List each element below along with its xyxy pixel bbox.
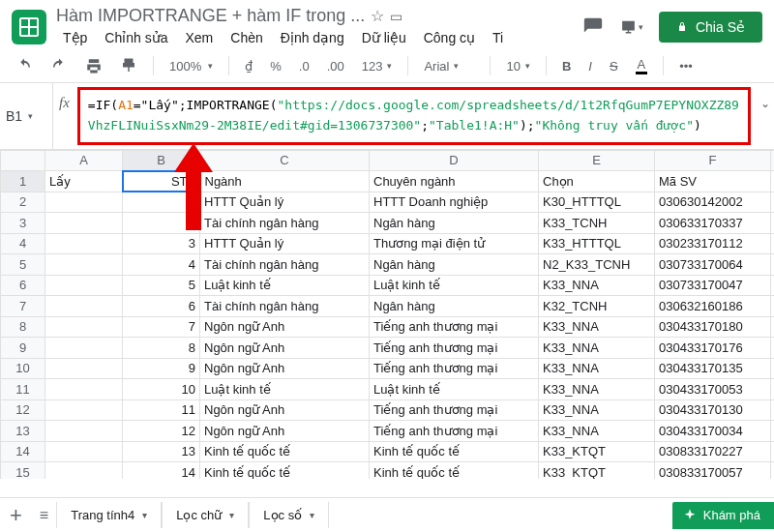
cell[interactable]: 4	[123, 254, 200, 276]
cell[interactable]: K33_HTTTQL	[539, 233, 655, 254]
cell[interactable]	[45, 296, 123, 317]
row-header[interactable]: 11	[1, 379, 45, 400]
explore-button[interactable]: Khám phá	[672, 502, 774, 529]
menu-Ti[interactable]: Ti	[486, 28, 510, 47]
cell[interactable]: 11	[123, 399, 200, 421]
cell[interactable]: 1	[123, 192, 200, 213]
star-icon[interactable]: ☆	[371, 7, 384, 25]
cell[interactable]: K33_KTQT	[539, 462, 655, 479]
sheet-tab-Lọc số[interactable]: Lọc số▾	[249, 502, 329, 528]
text-color-button[interactable]: A	[632, 55, 652, 76]
move-icon[interactable]: ▭	[390, 9, 402, 24]
cell[interactable]: 2	[123, 213, 200, 234]
all-sheets-button[interactable]: ≡	[32, 507, 56, 524]
cell[interactable]	[45, 254, 123, 276]
cell[interactable]: STT	[123, 171, 200, 192]
cell[interactable]: 030633170337	[655, 213, 771, 234]
cell[interactable]	[45, 441, 123, 462]
font-family-select[interactable]: Arial	[420, 57, 478, 75]
cell[interactable]	[45, 379, 123, 400]
cell[interactable]: Tạ Thị Ch	[771, 338, 775, 359]
cell[interactable]: Ngân hàng	[370, 296, 539, 317]
cell[interactable]: 12	[123, 421, 200, 442]
cell[interactable]: Tiếng anh thương mại	[370, 421, 539, 442]
cell[interactable]: 3	[123, 233, 200, 254]
cell[interactable]: 030833170057	[655, 462, 771, 479]
cell[interactable]: 030433170053	[655, 379, 771, 400]
column-header-E[interactable]: E	[539, 150, 655, 171]
cell[interactable]: Lê Huệ	[771, 233, 775, 254]
format-percent-button[interactable]: %	[266, 57, 285, 75]
cell[interactable]: Họ	[771, 171, 775, 192]
cell[interactable]	[45, 399, 123, 421]
menu-Tệp[interactable]: Tệp	[56, 28, 94, 47]
cell[interactable]	[45, 213, 123, 234]
zoom-select[interactable]: 100%	[165, 57, 217, 75]
font-size-select[interactable]: 10	[502, 57, 533, 75]
comments-icon[interactable]	[581, 15, 605, 39]
cell[interactable]: Nguyễn K	[771, 399, 775, 421]
cell[interactable]: Ngôn ngữ Anh	[200, 338, 370, 359]
row-header[interactable]: 9	[1, 338, 45, 359]
cell[interactable]: 030632160186	[655, 296, 771, 317]
cell[interactable]: Ngân hàng	[370, 213, 539, 234]
present-icon[interactable]: ▾	[620, 15, 643, 39]
cell[interactable]: Ngành	[200, 171, 370, 192]
cell[interactable]: Nguyễn K	[771, 462, 775, 479]
row-header[interactable]: 10	[1, 358, 45, 379]
cell[interactable]: Hồ Thị Th	[771, 358, 775, 379]
cell[interactable]: Chuyên ngành	[370, 171, 539, 192]
bold-button[interactable]: B	[558, 57, 575, 75]
cell[interactable]: Luật kinh tế	[200, 379, 370, 400]
cell[interactable]	[45, 338, 123, 359]
cell[interactable]: 030433170176	[655, 338, 771, 359]
cell[interactable]: 6	[123, 296, 200, 317]
cell[interactable]: 030433170180	[655, 316, 771, 338]
formula-bar[interactable]: =IF(A1="Lấy";IMPORTRANGE("https://docs.g…	[77, 87, 751, 145]
cell[interactable]: Trần Minh	[771, 316, 775, 338]
increase-decimal-button[interactable]: .00	[323, 57, 348, 75]
menu-Chèn[interactable]: Chèn	[223, 28, 269, 47]
cell[interactable]	[45, 462, 123, 479]
cell[interactable]: 030433170135	[655, 358, 771, 379]
cell[interactable]	[45, 358, 123, 379]
formula-expand-icon[interactable]: ⌄	[757, 91, 774, 116]
document-title[interactable]: Hàm IMPORTRANGE + hàm IF trong ...	[56, 6, 365, 26]
cell[interactable]: 030433170130	[655, 399, 771, 421]
cell[interactable]: 030630142002	[655, 192, 771, 213]
cell[interactable]: Kinh tế quốc tế	[370, 441, 539, 462]
spreadsheet-grid[interactable]: ABCDEFG1LấySTTNgànhChuyên ngànhChọnMã SV…	[0, 150, 774, 479]
column-header-G[interactable]: G	[771, 150, 775, 171]
cell[interactable]	[45, 316, 123, 338]
cell[interactable]: Tài chính ngân hàng	[200, 254, 370, 276]
cell[interactable]: Chọn	[539, 171, 655, 192]
select-all-cell[interactable]	[1, 150, 45, 171]
strikethrough-button[interactable]: S	[606, 57, 622, 75]
cell[interactable]: K33_NNA	[539, 275, 655, 296]
cell[interactable]: K33_NNA	[539, 379, 655, 400]
cell[interactable]: Tiếng anh thương mại	[370, 338, 539, 359]
cell[interactable]: Thương mại điện tử	[370, 233, 539, 254]
cell[interactable]: Huỳnh N	[771, 275, 775, 296]
cell[interactable]: Phạm Anh	[771, 192, 775, 213]
row-header[interactable]: 12	[1, 399, 45, 421]
row-header[interactable]: 2	[1, 192, 45, 213]
column-header-B[interactable]: B	[123, 150, 200, 171]
cell[interactable]: HTTT Quản lý	[200, 233, 370, 254]
cell[interactable]: Ngân hàng	[370, 254, 539, 276]
cell[interactable]: N2_K33_TCNH	[539, 254, 655, 276]
row-header[interactable]: 6	[1, 275, 45, 296]
cell[interactable]: Tiếng anh thương mại	[370, 358, 539, 379]
paint-format-button[interactable]	[116, 55, 141, 76]
column-header-C[interactable]: C	[200, 150, 370, 171]
cell[interactable]: Ngôn ngữ Anh	[200, 316, 370, 338]
cell[interactable]: K33_NNA	[539, 316, 655, 338]
redo-button[interactable]	[46, 55, 72, 76]
menu-Công cụ[interactable]: Công cụ	[417, 28, 482, 47]
cell[interactable]: 8	[123, 338, 200, 359]
sheet-tab-Lọc chữ[interactable]: Lọc chữ▾	[162, 502, 249, 528]
cell[interactable]: K30_HTTTQL	[539, 192, 655, 213]
cell[interactable]: 7	[123, 316, 200, 338]
cell[interactable]: Luật kinh tế	[370, 379, 539, 400]
cell[interactable]: K32_TCNH	[539, 296, 655, 317]
